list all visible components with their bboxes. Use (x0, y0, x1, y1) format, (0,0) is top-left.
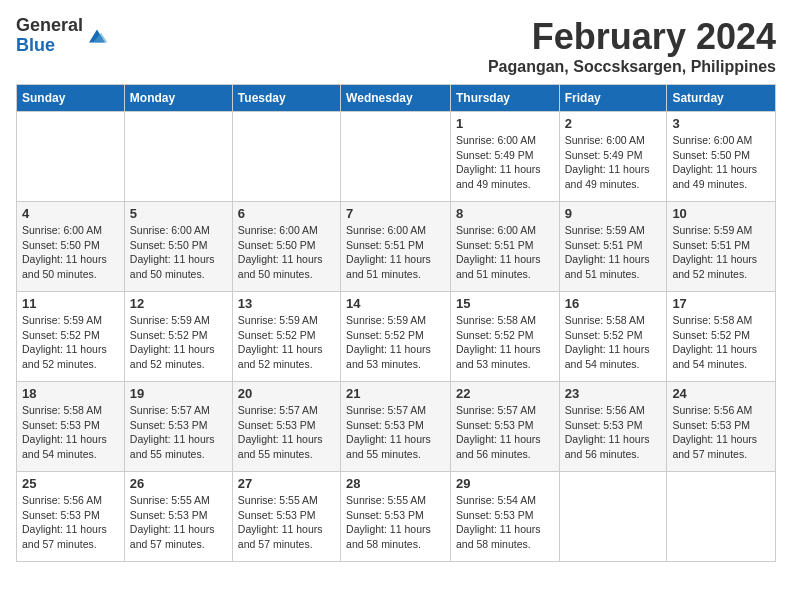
calendar-cell (667, 472, 776, 562)
calendar-cell: 2Sunrise: 6:00 AM Sunset: 5:49 PM Daylig… (559, 112, 667, 202)
calendar-cell: 11Sunrise: 5:59 AM Sunset: 5:52 PM Dayli… (17, 292, 125, 382)
day-info: Sunrise: 6:00 AM Sunset: 5:51 PM Dayligh… (456, 223, 554, 282)
day-number: 19 (130, 386, 227, 401)
day-info: Sunrise: 5:59 AM Sunset: 5:52 PM Dayligh… (22, 313, 119, 372)
day-number: 10 (672, 206, 770, 221)
calendar-cell: 8Sunrise: 6:00 AM Sunset: 5:51 PM Daylig… (450, 202, 559, 292)
calendar-cell: 19Sunrise: 5:57 AM Sunset: 5:53 PM Dayli… (124, 382, 232, 472)
calendar-cell: 15Sunrise: 5:58 AM Sunset: 5:52 PM Dayli… (450, 292, 559, 382)
day-info: Sunrise: 5:58 AM Sunset: 5:53 PM Dayligh… (22, 403, 119, 462)
calendar-cell: 5Sunrise: 6:00 AM Sunset: 5:50 PM Daylig… (124, 202, 232, 292)
day-number: 2 (565, 116, 662, 131)
day-number: 5 (130, 206, 227, 221)
day-number: 22 (456, 386, 554, 401)
day-number: 11 (22, 296, 119, 311)
day-number: 23 (565, 386, 662, 401)
day-number: 25 (22, 476, 119, 491)
calendar-table: SundayMondayTuesdayWednesdayThursdayFrid… (16, 84, 776, 562)
calendar-cell: 29Sunrise: 5:54 AM Sunset: 5:53 PM Dayli… (450, 472, 559, 562)
week-row: 1Sunrise: 6:00 AM Sunset: 5:49 PM Daylig… (17, 112, 776, 202)
day-info: Sunrise: 6:00 AM Sunset: 5:50 PM Dayligh… (130, 223, 227, 282)
day-number: 28 (346, 476, 445, 491)
calendar-cell (124, 112, 232, 202)
page-subtitle: Pagangan, Soccsksargen, Philippines (488, 58, 776, 76)
day-number: 12 (130, 296, 227, 311)
day-info: Sunrise: 5:59 AM Sunset: 5:52 PM Dayligh… (130, 313, 227, 372)
day-info: Sunrise: 5:59 AM Sunset: 5:51 PM Dayligh… (672, 223, 770, 282)
day-number: 7 (346, 206, 445, 221)
calendar-cell: 14Sunrise: 5:59 AM Sunset: 5:52 PM Dayli… (341, 292, 451, 382)
header-cell-saturday: Saturday (667, 85, 776, 112)
day-info: Sunrise: 5:58 AM Sunset: 5:52 PM Dayligh… (565, 313, 662, 372)
calendar-cell: 24Sunrise: 5:56 AM Sunset: 5:53 PM Dayli… (667, 382, 776, 472)
day-info: Sunrise: 6:00 AM Sunset: 5:50 PM Dayligh… (22, 223, 119, 282)
day-info: Sunrise: 5:57 AM Sunset: 5:53 PM Dayligh… (456, 403, 554, 462)
calendar-cell: 9Sunrise: 5:59 AM Sunset: 5:51 PM Daylig… (559, 202, 667, 292)
calendar-cell: 23Sunrise: 5:56 AM Sunset: 5:53 PM Dayli… (559, 382, 667, 472)
day-number: 26 (130, 476, 227, 491)
week-row: 4Sunrise: 6:00 AM Sunset: 5:50 PM Daylig… (17, 202, 776, 292)
day-info: Sunrise: 6:00 AM Sunset: 5:50 PM Dayligh… (672, 133, 770, 192)
calendar-cell (232, 112, 340, 202)
day-number: 20 (238, 386, 335, 401)
day-number: 15 (456, 296, 554, 311)
day-info: Sunrise: 6:00 AM Sunset: 5:49 PM Dayligh… (565, 133, 662, 192)
calendar-header: SundayMondayTuesdayWednesdayThursdayFrid… (17, 85, 776, 112)
day-number: 14 (346, 296, 445, 311)
day-number: 6 (238, 206, 335, 221)
header-row: SundayMondayTuesdayWednesdayThursdayFrid… (17, 85, 776, 112)
day-number: 24 (672, 386, 770, 401)
header-cell-sunday: Sunday (17, 85, 125, 112)
day-info: Sunrise: 6:00 AM Sunset: 5:51 PM Dayligh… (346, 223, 445, 282)
day-number: 17 (672, 296, 770, 311)
day-info: Sunrise: 5:55 AM Sunset: 5:53 PM Dayligh… (130, 493, 227, 552)
calendar-cell: 25Sunrise: 5:56 AM Sunset: 5:53 PM Dayli… (17, 472, 125, 562)
day-info: Sunrise: 5:55 AM Sunset: 5:53 PM Dayligh… (238, 493, 335, 552)
day-info: Sunrise: 5:55 AM Sunset: 5:53 PM Dayligh… (346, 493, 445, 552)
day-number: 3 (672, 116, 770, 131)
calendar-cell: 27Sunrise: 5:55 AM Sunset: 5:53 PM Dayli… (232, 472, 340, 562)
calendar-body: 1Sunrise: 6:00 AM Sunset: 5:49 PM Daylig… (17, 112, 776, 562)
calendar-cell: 3Sunrise: 6:00 AM Sunset: 5:50 PM Daylig… (667, 112, 776, 202)
week-row: 11Sunrise: 5:59 AM Sunset: 5:52 PM Dayli… (17, 292, 776, 382)
header-cell-monday: Monday (124, 85, 232, 112)
calendar-cell: 22Sunrise: 5:57 AM Sunset: 5:53 PM Dayli… (450, 382, 559, 472)
calendar-cell: 18Sunrise: 5:58 AM Sunset: 5:53 PM Dayli… (17, 382, 125, 472)
calendar-cell (341, 112, 451, 202)
day-info: Sunrise: 5:59 AM Sunset: 5:52 PM Dayligh… (238, 313, 335, 372)
logo-blue: Blue (16, 36, 83, 56)
calendar-cell (17, 112, 125, 202)
day-info: Sunrise: 6:00 AM Sunset: 5:50 PM Dayligh… (238, 223, 335, 282)
calendar-cell: 6Sunrise: 6:00 AM Sunset: 5:50 PM Daylig… (232, 202, 340, 292)
day-info: Sunrise: 5:56 AM Sunset: 5:53 PM Dayligh… (22, 493, 119, 552)
calendar-cell: 26Sunrise: 5:55 AM Sunset: 5:53 PM Dayli… (124, 472, 232, 562)
header-cell-wednesday: Wednesday (341, 85, 451, 112)
day-info: Sunrise: 6:00 AM Sunset: 5:49 PM Dayligh… (456, 133, 554, 192)
header-cell-tuesday: Tuesday (232, 85, 340, 112)
day-number: 27 (238, 476, 335, 491)
page-title: February 2024 (488, 16, 776, 58)
calendar-cell: 17Sunrise: 5:58 AM Sunset: 5:52 PM Dayli… (667, 292, 776, 382)
day-info: Sunrise: 5:59 AM Sunset: 5:52 PM Dayligh… (346, 313, 445, 372)
calendar-cell: 1Sunrise: 6:00 AM Sunset: 5:49 PM Daylig… (450, 112, 559, 202)
calendar-cell: 7Sunrise: 6:00 AM Sunset: 5:51 PM Daylig… (341, 202, 451, 292)
calendar-cell: 12Sunrise: 5:59 AM Sunset: 5:52 PM Dayli… (124, 292, 232, 382)
logo-general: General (16, 16, 83, 36)
calendar-cell (559, 472, 667, 562)
page-header: General Blue February 2024 Pagangan, Soc… (16, 16, 776, 76)
calendar-cell: 13Sunrise: 5:59 AM Sunset: 5:52 PM Dayli… (232, 292, 340, 382)
header-cell-friday: Friday (559, 85, 667, 112)
day-info: Sunrise: 5:54 AM Sunset: 5:53 PM Dayligh… (456, 493, 554, 552)
day-number: 8 (456, 206, 554, 221)
day-number: 16 (565, 296, 662, 311)
calendar-cell: 16Sunrise: 5:58 AM Sunset: 5:52 PM Dayli… (559, 292, 667, 382)
day-info: Sunrise: 5:57 AM Sunset: 5:53 PM Dayligh… (130, 403, 227, 462)
day-info: Sunrise: 5:56 AM Sunset: 5:53 PM Dayligh… (565, 403, 662, 462)
day-info: Sunrise: 5:59 AM Sunset: 5:51 PM Dayligh… (565, 223, 662, 282)
week-row: 25Sunrise: 5:56 AM Sunset: 5:53 PM Dayli… (17, 472, 776, 562)
day-info: Sunrise: 5:56 AM Sunset: 5:53 PM Dayligh… (672, 403, 770, 462)
day-number: 4 (22, 206, 119, 221)
calendar-cell: 20Sunrise: 5:57 AM Sunset: 5:53 PM Dayli… (232, 382, 340, 472)
logo: General Blue (16, 16, 109, 56)
calendar-cell: 10Sunrise: 5:59 AM Sunset: 5:51 PM Dayli… (667, 202, 776, 292)
